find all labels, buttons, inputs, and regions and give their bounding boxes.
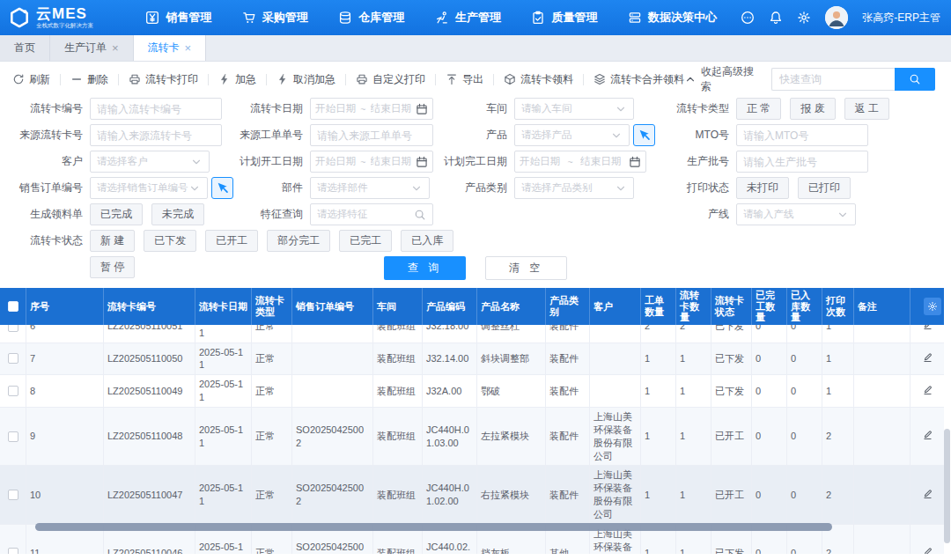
menu-item-purchase[interactable]: 采购管理 xyxy=(242,10,308,26)
edit-pencil-icon[interactable] xyxy=(922,488,933,503)
flow-card-merge-picking-button[interactable]: 流转卡合并领料 xyxy=(593,72,684,87)
tab-flow-card[interactable]: 流转卡× xyxy=(134,35,207,61)
row-checkbox[interactable] xyxy=(8,431,18,442)
filter-input[interactable] xyxy=(743,156,861,168)
open-picker-button[interactable] xyxy=(633,124,655,146)
filter-input[interactable] xyxy=(97,129,215,142)
filter-text-input xyxy=(736,151,868,173)
date-range-input[interactable]: 开始日期~结束日期 xyxy=(310,98,433,120)
edit-pencil-icon[interactable] xyxy=(922,546,933,554)
bell-icon[interactable] xyxy=(769,11,783,25)
date-range-input[interactable]: 开始日期~结束日期 xyxy=(514,151,646,173)
filter-toggle-button[interactable]: 已入库 xyxy=(401,230,453,252)
filter-toggle-button[interactable]: 报 废 xyxy=(790,98,835,120)
select-placeholder: 请输入车间 xyxy=(521,102,572,115)
table-cell: 7 xyxy=(26,343,104,376)
vertical-scrollbar[interactable] xyxy=(944,429,950,543)
column-settings-gear-icon[interactable] xyxy=(924,298,941,315)
filter-toggle-button[interactable]: 正 常 xyxy=(736,98,781,120)
printer-icon xyxy=(356,73,368,85)
flow-card-picking-button[interactable]: 流转卡领料 xyxy=(504,72,573,87)
edit-pencil-icon[interactable] xyxy=(922,429,933,444)
table-cell: LZ202505110047 xyxy=(104,466,195,524)
avatar[interactable] xyxy=(825,6,848,29)
select-placeholder: 请选择部件 xyxy=(317,181,368,195)
filter-input[interactable] xyxy=(743,129,861,142)
row-checkbox[interactable] xyxy=(8,325,18,332)
start-date-placeholder: 开始日期 xyxy=(315,155,356,168)
filter-toggle-button[interactable]: 未完成 xyxy=(151,203,204,225)
filter-toggle-button[interactable]: 已完工 xyxy=(339,230,392,252)
tab-production-order[interactable]: 生产订单× xyxy=(50,35,134,61)
collapse-advanced-search[interactable]: 收起高级搜索 xyxy=(684,64,759,94)
select-placeholder: 请选择客户 xyxy=(97,155,148,168)
table-cell: 0 xyxy=(752,325,787,343)
menu-item-sales[interactable]: 销售管理 xyxy=(145,10,211,26)
filter-select[interactable]: 请选择销售订单编号 xyxy=(90,177,208,199)
filter-input[interactable] xyxy=(317,129,426,142)
filter-toggle-button[interactable]: 返 工 xyxy=(844,98,889,120)
close-icon[interactable]: × xyxy=(112,42,119,54)
refresh-button[interactable]: 刷新 xyxy=(12,72,50,87)
menu-item-data-center[interactable]: 数据决策中心 xyxy=(628,10,717,26)
filter-toggle-button[interactable]: 未打印 xyxy=(736,177,789,199)
menu-item-quality[interactable]: 质量管理 xyxy=(531,10,597,26)
edit-pencil-icon[interactable] xyxy=(922,384,933,399)
table-cell: 2 xyxy=(641,325,676,343)
table-cell: 2025-05-11 xyxy=(195,466,252,524)
quick-search-input[interactable] xyxy=(771,68,895,91)
filter-toggle-button[interactable]: 已打印 xyxy=(798,177,851,199)
filter-toggle-button[interactable]: 已开工 xyxy=(205,230,258,252)
filter-select[interactable]: 请输入产线 xyxy=(736,203,856,225)
filter-toggle-button[interactable]: 新 建 xyxy=(90,230,135,252)
more-circle-icon[interactable] xyxy=(741,11,755,25)
toolbar-button-label: 流转卡领料 xyxy=(520,72,573,87)
filter-field: 来源工单单号 xyxy=(229,124,433,146)
export-button[interactable]: 导出 xyxy=(446,72,483,87)
close-icon[interactable]: × xyxy=(185,42,192,54)
filter-label: 客户 xyxy=(9,154,90,169)
app-root: 云MES 全栈式数字化解决方案 销售管理采购管理仓库管理生产管理质量管理数据决策… xyxy=(0,0,951,560)
date-range-input[interactable]: 开始日期~结束日期 xyxy=(310,151,433,173)
expedite-button[interactable]: 加急 xyxy=(218,72,256,87)
table-cell: 已开工 xyxy=(711,408,752,466)
menu-item-production[interactable]: 生产管理 xyxy=(435,10,501,26)
horizontal-scrollbar[interactable] xyxy=(35,523,832,531)
table-cell: 0 xyxy=(752,408,787,466)
filter-select[interactable]: 请选择产品类别 xyxy=(514,177,634,199)
row-checkbox[interactable] xyxy=(8,548,18,554)
table-cell: 2 xyxy=(822,408,854,466)
gear-icon[interactable] xyxy=(797,11,811,25)
filter-select[interactable]: 请选择部件 xyxy=(310,177,430,199)
tab-home[interactable]: 首页 xyxy=(0,35,50,61)
filter-select[interactable]: 请输入车间 xyxy=(514,98,634,120)
edit-pencil-icon[interactable] xyxy=(922,325,933,334)
flow-card-print-button[interactable]: 流转卡打印 xyxy=(129,72,198,87)
delete-button[interactable]: 删除 xyxy=(70,72,108,87)
custom-print-button[interactable]: 自定义打印 xyxy=(356,72,425,87)
edit-pencil-icon[interactable] xyxy=(922,351,933,366)
clear-button[interactable]: 清 空 xyxy=(485,256,567,280)
filter-select[interactable]: 请选择客户 xyxy=(90,151,210,173)
filter-field: 产线请输入产线 xyxy=(655,203,942,225)
row-checkbox[interactable] xyxy=(8,386,18,396)
select-all-checkbox[interactable] xyxy=(8,301,18,312)
table-cell: 上海山美环保装备股份有限公司 xyxy=(590,408,641,466)
filter-toggle-button[interactable]: 部分完工 xyxy=(267,230,330,252)
worker-icon xyxy=(435,11,449,25)
table-cell xyxy=(854,408,910,466)
row-checkbox[interactable] xyxy=(8,490,18,500)
cancel-expedite-button[interactable]: 取消加急 xyxy=(276,72,335,87)
search-button[interactable] xyxy=(895,68,935,91)
row-checkbox[interactable] xyxy=(8,353,18,364)
filter-toggle-button[interactable]: 已下发 xyxy=(144,230,196,252)
query-button[interactable]: 查 询 xyxy=(384,256,466,280)
filter-toggle-button[interactable]: 已完成 xyxy=(90,203,143,225)
chevron-up-icon xyxy=(684,73,697,85)
menu-item-warehouse[interactable]: 仓库管理 xyxy=(338,10,404,26)
filter-select[interactable]: 请选择产品 xyxy=(514,124,630,146)
feature-search-input[interactable]: 请选择特征 xyxy=(310,203,433,225)
filter-row: 销售订单编号请选择销售订单编号部件请选择部件产品类别请选择产品类别打印状态未打印… xyxy=(9,177,942,199)
start-date-placeholder: 开始日期 xyxy=(520,155,560,168)
filter-input[interactable] xyxy=(97,103,215,115)
